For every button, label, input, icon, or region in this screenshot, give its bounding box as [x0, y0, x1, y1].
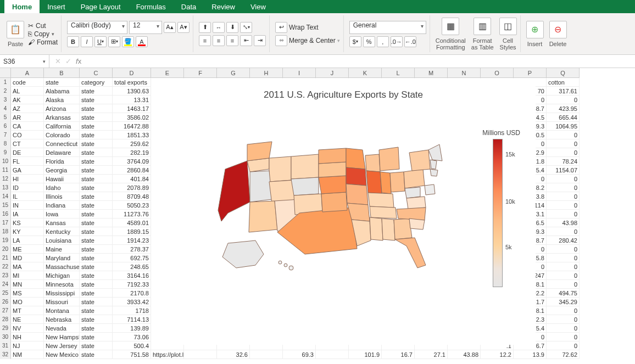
cell[interactable]: state	[80, 87, 113, 96]
cell[interactable]: 494.75	[547, 289, 580, 298]
cell[interactable]: 69.3	[283, 350, 316, 359]
column-header[interactable]: K	[349, 68, 382, 78]
cell[interactable]: Illinois	[44, 192, 80, 201]
tab-home[interactable]: Home	[4, 0, 40, 13]
cell[interactable]: 1154.07	[547, 166, 580, 175]
cell[interactable]: 0	[547, 139, 580, 148]
cell[interactable]: AK	[11, 96, 44, 104]
italic-button[interactable]: I	[81, 36, 93, 47]
column-header[interactable]: G	[217, 68, 250, 78]
cell[interactable]: Colorado	[44, 131, 80, 139]
delete-cells-button[interactable]: ⊖ Delete	[549, 21, 567, 47]
cell[interactable]: Florida	[44, 157, 80, 166]
column-header[interactable]: B	[44, 68, 80, 78]
cell[interactable]: NH	[11, 333, 44, 341]
orientation-button[interactable]: ⤡▾	[240, 22, 252, 33]
cancel-formula-icon[interactable]: ✕	[55, 57, 61, 65]
cell[interactable]: 0	[547, 306, 580, 315]
column-header[interactable]: L	[382, 68, 415, 78]
cell[interactable]: Massachusetts	[44, 262, 80, 271]
fx-icon[interactable]: fx	[76, 57, 81, 65]
cell[interactable]: DE	[11, 148, 44, 157]
row-header[interactable]: 11	[0, 166, 11, 175]
column-header[interactable]: F	[184, 68, 217, 78]
merge-center-button[interactable]: Merge & Center	[289, 37, 336, 44]
cell[interactable]: HI	[11, 175, 44, 183]
cell[interactable]: 7114.13	[113, 315, 151, 324]
embedded-chart[interactable]: 2011 U.S. Agriculture Exports by State M…	[151, 79, 536, 345]
row-header[interactable]: 28	[0, 315, 11, 324]
cell[interactable]: KS	[11, 219, 44, 227]
cell[interactable]: state	[80, 219, 113, 227]
cell[interactable]: 1718	[113, 306, 151, 315]
cell[interactable]: Connecticut	[44, 139, 80, 148]
cell[interactable]: New Jersey	[44, 341, 80, 350]
currency-button[interactable]: $▾	[349, 36, 361, 47]
row-header[interactable]: 12	[0, 175, 11, 183]
decrease-indent-button[interactable]: ⇤	[240, 35, 252, 46]
cell[interactable]: 101.9	[349, 350, 382, 359]
column-header[interactable]: A	[11, 68, 44, 78]
cell[interactable]: Nebraska	[44, 315, 80, 324]
cell[interactable]: state	[80, 306, 113, 315]
cell[interactable]: 0	[547, 280, 580, 289]
cell[interactable]: state	[80, 254, 113, 262]
row-header[interactable]: 8	[0, 139, 11, 148]
cell[interactable]: total exports	[113, 78, 151, 87]
cell[interactable]: 13.9	[514, 350, 547, 359]
cell[interactable]: 282.19	[113, 148, 151, 157]
cell[interactable]: 317.61	[547, 87, 580, 96]
cell[interactable]: 0	[547, 262, 580, 271]
cell[interactable]: MN	[11, 280, 44, 289]
cell[interactable]: 0	[547, 271, 580, 280]
borders-button[interactable]: ⊞▾	[108, 36, 120, 47]
cell[interactable]: MI	[11, 271, 44, 280]
cell[interactable]: MT	[11, 306, 44, 315]
row-header[interactable]: 5	[0, 113, 11, 122]
cell[interactable]: 0	[547, 96, 580, 104]
format-as-table-button[interactable]: ▥ Formatas Table	[471, 18, 494, 51]
cell[interactable]	[316, 350, 349, 359]
cell[interactable]: CO	[11, 131, 44, 139]
cell[interactable]: 280.42	[547, 236, 580, 245]
column-header[interactable]: E	[151, 68, 184, 78]
cell[interactable]: cotton	[547, 78, 580, 87]
cell[interactable]: Alaska	[44, 96, 80, 104]
cell[interactable]: state	[80, 148, 113, 157]
cell[interactable]: state	[80, 341, 113, 350]
align-top-button[interactable]: ⬆	[199, 22, 211, 33]
font-name-select[interactable]: Calibri (Body)	[67, 21, 127, 34]
cell[interactable]: 0	[547, 245, 580, 254]
cell[interactable]: 423.95	[547, 104, 580, 113]
cell[interactable]: 248.65	[113, 262, 151, 271]
row-header[interactable]: 9	[0, 148, 11, 157]
row-header[interactable]: 22	[0, 262, 11, 271]
cell[interactable]: 401.84	[113, 175, 151, 183]
cell[interactable]: state	[80, 122, 113, 131]
cell[interactable]: 0	[547, 131, 580, 139]
cell[interactable]: state	[80, 298, 113, 306]
row-header[interactable]: 20	[0, 245, 11, 254]
row-header[interactable]: 25	[0, 289, 11, 298]
cell[interactable]: GA	[11, 166, 44, 175]
cell[interactable]: state	[80, 96, 113, 104]
cell[interactable]: 1390.63	[113, 87, 151, 96]
cell[interactable]: 78.24	[547, 157, 580, 166]
cell[interactable]: state	[80, 289, 113, 298]
row-header[interactable]: 27	[0, 306, 11, 315]
name-box[interactable]: S36▾	[0, 55, 49, 68]
cell[interactable]: ID	[11, 183, 44, 192]
cell[interactable]: state	[80, 227, 113, 236]
row-header[interactable]: 6	[0, 122, 11, 131]
cell[interactable]: state	[80, 113, 113, 122]
conditional-formatting-button[interactable]: ▦ ConditionalFormatting	[436, 18, 466, 51]
font-color-button[interactable]: A	[136, 36, 148, 47]
number-format-select[interactable]: General	[349, 21, 426, 34]
cell[interactable]: 16472.88	[113, 122, 151, 131]
row-header[interactable]: 19	[0, 236, 11, 245]
fill-color-button[interactable]: 🪣	[122, 36, 134, 47]
cell[interactable]: https://plot.ly/~Dreamshot/6649/_2011-us…	[151, 350, 184, 359]
cell[interactable]: 0	[547, 333, 580, 341]
cell[interactable]: Minnesota	[44, 280, 80, 289]
cell[interactable]: state	[80, 192, 113, 201]
